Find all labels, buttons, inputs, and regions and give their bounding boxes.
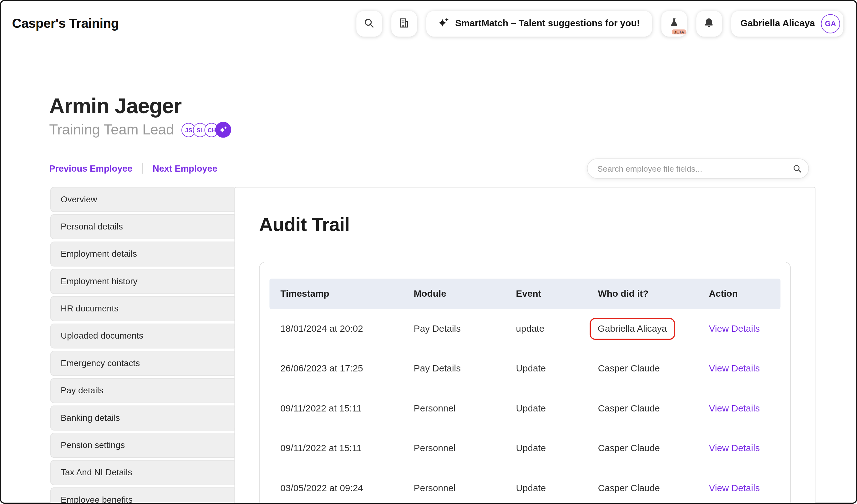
cell-action: View Details [709, 444, 780, 454]
table-row: 26/06/2023 at 17:25 Pay Details Update C… [269, 349, 780, 389]
beta-badge: BETA [672, 29, 686, 34]
header-module: Module [414, 289, 516, 299]
smartmatch-label: SmartMatch – Talent suggestions for you! [455, 18, 640, 29]
sparkle-icon [438, 17, 449, 30]
smartmatch-button[interactable]: SmartMatch – Talent suggestions for you! [426, 11, 652, 36]
sidebar-tab-label: Pension settings [61, 440, 125, 450]
employee-role: Training Team Lead [49, 122, 174, 139]
cell-who: Casper Claude [598, 403, 660, 414]
view-details-link[interactable]: View Details [709, 444, 760, 454]
user-menu[interactable]: Gabriella Alicaya GA [731, 11, 843, 36]
topbar: Casper's Training [1, 1, 856, 46]
cell-event: Update [516, 364, 598, 375]
app-window: Casper's Training [0, 0, 857, 504]
cell-module: Personnel [414, 483, 516, 494]
employee-name: Armin Jaeger [49, 95, 856, 118]
sidebar-tab-label: Banking details [61, 413, 120, 423]
sidebar-tab[interactable]: Overview [50, 187, 235, 212]
sidebar-tab-label: Uploaded documents [61, 331, 143, 341]
employee-search-input[interactable] [587, 158, 809, 179]
cell-module: Pay Details [414, 364, 516, 375]
sidebar-tabs: Overview Personal details Employment det… [50, 187, 235, 504]
topbar-actions: SmartMatch – Talent suggestions for you!… [356, 11, 843, 36]
sidebar-tab[interactable]: Banking details [50, 405, 235, 430]
header-action: Action [709, 289, 780, 299]
cell-event: Update [516, 483, 598, 494]
sidebar-tab[interactable]: Employee benefits [50, 487, 235, 504]
cell-module: Pay Details [414, 324, 516, 334]
sidebar-tab[interactable]: Emergency contacts [50, 351, 235, 376]
table-row: 09/11/2022 at 15:11 Personnel Update Cas… [269, 389, 780, 429]
initials-badges: JS SL CH [182, 122, 232, 138]
cell-timestamp: 09/11/2022 at 15:11 [280, 444, 414, 454]
sidebar-tab-label: Personal details [61, 222, 123, 231]
view-details-link[interactable]: View Details [709, 364, 760, 374]
cell-module: Personnel [414, 403, 516, 414]
notifications-button[interactable] [696, 11, 722, 36]
who-value: Casper Claude [598, 364, 660, 375]
global-search-button[interactable] [356, 11, 382, 36]
cell-action: View Details [709, 483, 780, 494]
flask-icon [669, 18, 679, 29]
next-employee-link[interactable]: Next Employee [153, 163, 217, 174]
scale-wrapper: Casper's Training [0, 0, 857, 504]
building-icon [399, 17, 409, 30]
sidebar-tab[interactable]: Pay details [50, 378, 235, 403]
sidebar-tab[interactable]: Tax And NI Details [50, 460, 235, 485]
sidebar-tab-label: Employment details [61, 249, 137, 259]
sidebar-tab-label: Employee benefits [61, 495, 133, 504]
view-details-link[interactable]: View Details [709, 324, 760, 334]
cell-action: View Details [709, 324, 780, 334]
header-event: Event [516, 289, 598, 299]
sidebar-tab[interactable]: Pension settings [50, 433, 235, 458]
cell-timestamp: 03/05/2022 at 09:24 [280, 483, 414, 494]
audit-table-card: Timestamp Module Event Who did it? Actio… [259, 262, 791, 504]
cell-who: Gabriella Alicaya [598, 318, 675, 340]
employee-nav-row: Previous Employee Next Employee [49, 158, 856, 179]
user-avatar: GA [821, 14, 840, 33]
link-separator [142, 163, 143, 174]
sidebar-tab-label: HR documents [61, 303, 119, 313]
cell-timestamp: 09/11/2022 at 15:11 [280, 403, 414, 414]
who-value: Gabriella Alicaya [590, 318, 675, 340]
company-directory-button[interactable] [391, 11, 417, 36]
sidebar-tab[interactable]: Employment details [50, 241, 235, 266]
table-row: 09/11/2022 at 15:11 Personnel Update Cas… [269, 429, 780, 469]
labs-button[interactable]: BETA [661, 11, 687, 36]
cell-event: update [516, 324, 598, 334]
sidebar-tab[interactable]: Employment history [50, 269, 235, 294]
view-details-link[interactable]: View Details [709, 403, 760, 414]
employee-search [587, 158, 809, 179]
user-name: Gabriella Alicaya [740, 18, 815, 29]
sidebar-tab[interactable]: Uploaded documents [50, 323, 235, 348]
previous-employee-link[interactable]: Previous Employee [49, 163, 132, 174]
view-details-link[interactable]: View Details [709, 483, 760, 494]
page-title: Audit Trail [259, 213, 791, 236]
who-value: Casper Claude [598, 444, 660, 454]
cell-action: View Details [709, 364, 780, 375]
cell-who: Casper Claude [598, 364, 660, 375]
table-row: 03/05/2022 at 09:24 Personnel Update Cas… [269, 469, 780, 504]
sidebar-tab-label: Employment history [61, 276, 138, 286]
header-timestamp: Timestamp [280, 289, 414, 299]
who-value: Casper Claude [598, 483, 660, 494]
cell-event: Update [516, 444, 598, 454]
who-value: Casper Claude [598, 403, 660, 414]
header-who: Who did it? [598, 289, 709, 299]
employee-role-row: Training Team Lead JS SL CH [49, 122, 856, 138]
audit-trail-panel: Audit Trail Timestamp Module Event Who d… [235, 187, 816, 504]
sidebar-tab[interactable]: HR documents [50, 296, 235, 321]
cell-event: Update [516, 403, 598, 414]
ai-sparkle-badge[interactable] [216, 122, 232, 138]
sidebar-tab-label: Overview [61, 194, 97, 204]
cell-module: Personnel [414, 444, 516, 454]
cell-action: View Details [709, 403, 780, 414]
bell-icon [703, 17, 715, 30]
cell-who: Casper Claude [598, 444, 660, 454]
search-icon [364, 17, 375, 30]
cell-timestamp: 18/01/2024 at 20:02 [280, 324, 414, 334]
cell-timestamp: 26/06/2023 at 17:25 [280, 364, 414, 375]
app-title: Casper's Training [12, 16, 119, 31]
sidebar-tab[interactable]: Personal details [50, 214, 235, 239]
employee-header: Armin Jaeger Training Team Lead JS SL CH [1, 46, 856, 179]
